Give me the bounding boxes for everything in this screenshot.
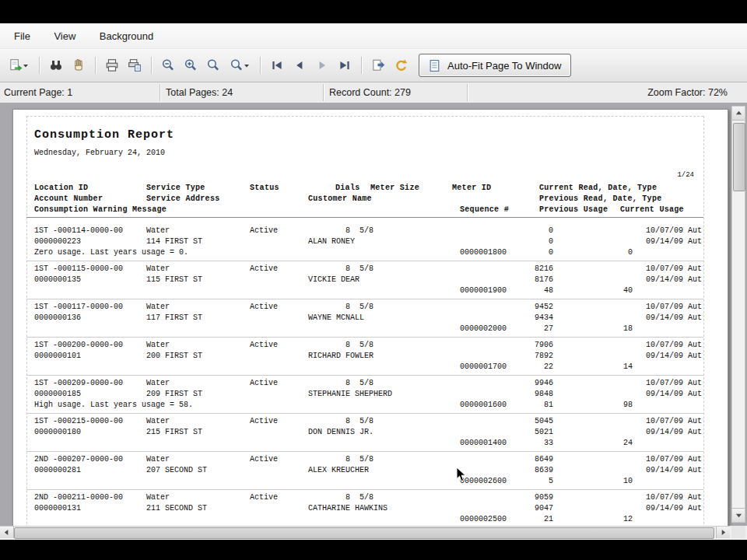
cell-sequence: 0000001400 — [460, 439, 507, 447]
find-icon — [49, 58, 63, 72]
cell-previous-read: 9848 — [460, 390, 553, 398]
record-count-status: Record Count: 279 — [329, 82, 411, 103]
header-rule — [26, 217, 703, 218]
first-page-button[interactable] — [267, 55, 287, 75]
cell-previous-read-date: 09/14/09 Aut — [605, 390, 702, 398]
toolbar-separator — [260, 57, 261, 74]
scroll-up-button[interactable] — [732, 107, 745, 121]
zoom-select-button[interactable] — [226, 55, 254, 75]
cell-previous-read-date: 09/14/09 Aut — [605, 313, 702, 322]
zoom-out-button[interactable] — [158, 55, 178, 75]
cell-status: Active — [250, 264, 278, 273]
zoom-factor-status: Zoom Factor: 72% — [647, 82, 728, 103]
cell-service-type: Water — [146, 417, 170, 425]
menu-file[interactable]: File — [9, 28, 35, 44]
menu-view[interactable]: View — [49, 28, 80, 44]
cell-current-read: 9946 — [460, 379, 553, 387]
goto-page-button[interactable] — [368, 55, 388, 75]
cell-current-read: 5045 — [460, 417, 553, 425]
print-setup-icon — [128, 58, 142, 72]
header-cell: Previous Usage — [539, 205, 608, 214]
cell-meter-size: 5/8 — [359, 226, 374, 235]
cell-location-id: 2ND -000211-0000-00 — [34, 493, 123, 502]
cell-current-read-date: 10/07/09 Aut — [605, 303, 702, 311]
header-cell: Current Usage — [620, 205, 684, 214]
cell-current-read: 0 — [460, 226, 553, 235]
cell-meter-size: 5/8 — [359, 264, 374, 273]
cell-previous-read: 0 — [460, 237, 553, 246]
cell-sequence: 0000001700 — [460, 362, 507, 371]
header-cell: Customer Name — [308, 194, 372, 203]
horizontal-scroll-thumb[interactable] — [14, 527, 714, 539]
print-button[interactable] — [102, 55, 122, 75]
toolbar: Auto-Fit Page To Window — [0, 48, 747, 82]
next-page-button[interactable] — [312, 55, 332, 75]
cell-status: Active — [250, 379, 278, 387]
cell-previous-read-date: 09/14/09 Aut — [605, 428, 702, 436]
cell-current-read-date: 10/07/09 Aut — [605, 379, 702, 387]
autofit-button[interactable]: Auto-Fit Page To Window — [419, 54, 571, 77]
horizontal-scrollbar[interactable] — [0, 526, 730, 538]
cell-service-address: 115 FIRST ST — [146, 275, 202, 284]
cell-status: Active — [250, 455, 278, 464]
vertical-scrollbar[interactable] — [731, 106, 745, 523]
print-setup-button[interactable] — [124, 55, 145, 75]
cell-service-type: Water — [146, 379, 170, 387]
cell-sequence: 0000002500 — [460, 515, 507, 523]
cell-service-type: Water — [146, 455, 170, 464]
cell-current-usage: 14 — [539, 362, 633, 371]
statusbar-separator — [160, 84, 160, 101]
current-page-status: Current Page: 1 — [4, 82, 72, 103]
autofit-label: Auto-Fit Page To Window — [447, 60, 561, 72]
vertical-scroll-thumb[interactable] — [733, 123, 745, 191]
cell-meter-size: 5/8 — [359, 303, 374, 311]
letterbox-top — [0, 0, 747, 23]
header-cell: Current Read, Date, Type — [539, 184, 657, 192]
cell-status: Active — [250, 226, 278, 235]
report-title: Consumption Report — [34, 128, 174, 142]
menu-background[interactable]: Background — [95, 28, 158, 44]
document-viewport[interactable]: Consumption Report Wednesday, February 2… — [0, 103, 747, 526]
zoom-in-button[interactable] — [181, 55, 201, 75]
cell-previous-read: 8639 — [460, 466, 553, 474]
cell-location-id: 2ND -000207-0000-00 — [34, 455, 123, 464]
cell-account-number: 0000000135 — [34, 275, 81, 284]
pan-button[interactable] — [68, 55, 89, 75]
arrow-down-icon — [735, 512, 742, 519]
export-button[interactable] — [5, 55, 33, 75]
last-page-button[interactable] — [335, 55, 355, 75]
cell-previous-read: 5021 — [460, 428, 553, 436]
scroll-right-button[interactable] — [716, 527, 730, 538]
scroll-down-button[interactable] — [732, 508, 745, 522]
cell-status: Active — [250, 417, 278, 425]
cell-service-address: 215 FIRST ST — [146, 428, 202, 436]
toolbar-separator — [151, 57, 152, 74]
cell-current-usage: 98 — [539, 401, 633, 409]
status-bar: Current Page: 1 Total Pages: 24 Record C… — [0, 82, 747, 103]
cell-current-read: 9452 — [460, 303, 553, 311]
cell-previous-read-date: 09/14/09 Aut — [605, 237, 702, 246]
cell-account-number: 0000000131 — [34, 504, 81, 513]
header-cell: Service Type — [146, 184, 205, 192]
cell-previous-read: 9434 — [460, 313, 553, 322]
cell-account-number: 0000000281 — [34, 466, 81, 474]
scroll-left-button[interactable] — [0, 527, 14, 538]
cell-previous-read: 7892 — [460, 352, 553, 360]
find-button[interactable] — [46, 55, 66, 75]
header-cell: Consumption Warning Message — [34, 205, 167, 214]
prev-page-button[interactable] — [289, 55, 310, 75]
report-viewer-window: File View Background Auto-Fit Page To Wi… — [0, 23, 747, 540]
cell-customer-name: RICHARD FOWLER — [308, 352, 374, 360]
margin-guide-top — [26, 116, 703, 117]
header-cell: Meter Size — [370, 184, 419, 192]
cell-sequence: 0000001900 — [460, 286, 507, 295]
arrow-right-icon — [720, 529, 727, 536]
cell-status: Active — [250, 303, 278, 311]
cell-location-id: 1ST -000209-0000-00 — [34, 379, 123, 387]
cell-warning-message: High usage. Last years usage = 58. — [34, 401, 193, 409]
cell-service-address: 114 FIRST ST — [146, 237, 202, 246]
zoom-button[interactable] — [203, 55, 223, 75]
refresh-button[interactable] — [391, 55, 411, 75]
header-cell: Dials — [335, 184, 360, 192]
cell-service-type: Water — [146, 341, 170, 349]
